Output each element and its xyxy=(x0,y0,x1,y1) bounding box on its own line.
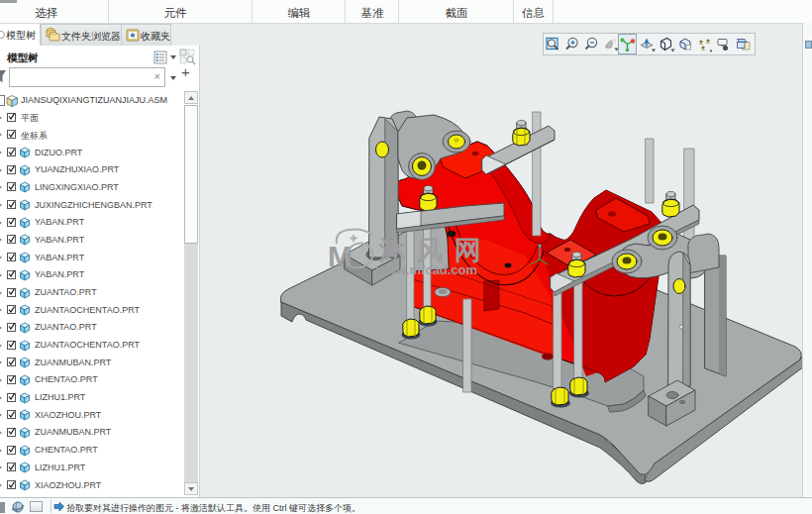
svg-text:M: M xyxy=(328,240,353,272)
svg-text:www.mfcad.com: www.mfcad.com xyxy=(375,262,477,277)
svg-text:沐风网: 沐风网 xyxy=(378,236,492,265)
